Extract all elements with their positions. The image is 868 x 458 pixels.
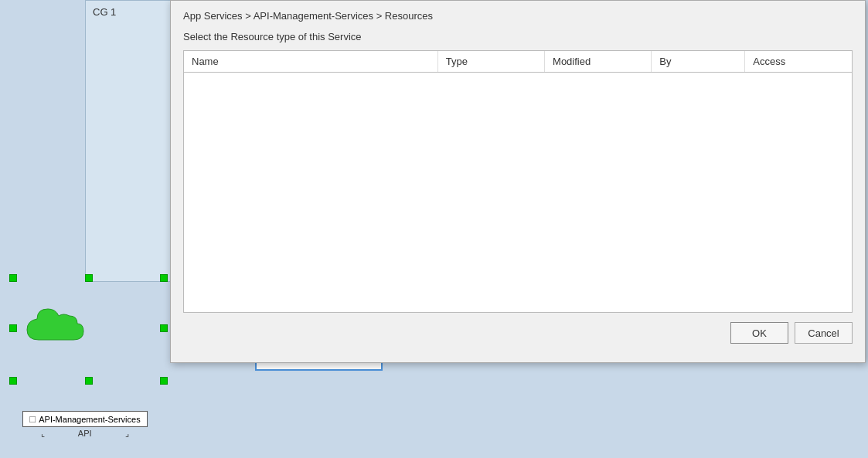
green-dot-3 — [160, 274, 168, 282]
green-dot-6 — [9, 377, 17, 385]
green-dot-7 — [85, 377, 93, 385]
cloud-icon — [23, 305, 93, 354]
col-modified: Modified — [545, 51, 652, 73]
dialog-instruction: Select the Resource type of this Service — [171, 28, 865, 50]
green-dot-2 — [85, 274, 93, 282]
col-name: Name — [184, 51, 437, 73]
canvas-background: CG 1 □ API-Management-Services ⌞ — [0, 0, 868, 458]
resource-dialog: App Services > API-Management-Services >… — [170, 0, 866, 363]
col-by: By — [652, 51, 745, 73]
cg1-panel — [85, 0, 174, 282]
cancel-button[interactable]: Cancel — [795, 322, 853, 344]
api-node: □ API-Management-Services ⌞ API ⌟ — [8, 411, 162, 439]
ok-button[interactable]: OK — [730, 322, 788, 344]
green-dot-4 — [9, 324, 17, 332]
col-access: Access — [745, 51, 852, 73]
cg1-label: CG 1 — [93, 6, 116, 18]
resource-table: Name Type Modified By Access — [183, 50, 853, 313]
api-node-sublabel: API — [78, 429, 92, 438]
green-dot-1 — [9, 274, 17, 282]
col-type: Type — [437, 51, 544, 73]
dialog-buttons: OK Cancel — [171, 313, 865, 353]
green-dot-8 — [160, 377, 168, 385]
breadcrumb: App Services > API-Management-Services >… — [171, 1, 865, 28]
green-dot-5 — [160, 324, 168, 332]
api-node-label: API-Management-Services — [39, 415, 140, 424]
